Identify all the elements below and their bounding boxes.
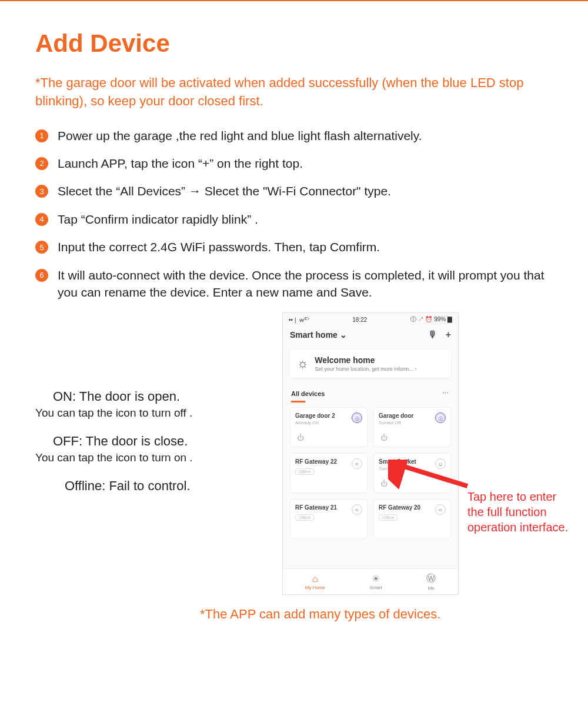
power-icon[interactable]: ⏻ [379, 432, 389, 443]
mic-icon[interactable]: 🎙 [428, 330, 437, 340]
wifi-icon: ≈ [352, 504, 362, 515]
step-text: Slecet the “All Devices” → Slecet the "W… [58, 182, 553, 199]
nav-smart[interactable]: ☀Smart [369, 573, 382, 590]
step-6: 6It will auto-connect with the device. O… [35, 267, 553, 301]
step-3: 3Slecet the “All Devices” → Slecet the "… [35, 182, 553, 199]
nav-my-home[interactable]: ⌂My Home [305, 574, 325, 590]
phone-screenshot: ••❘ ᴡᴵꟲᴵ 18:22 ⓘ ↗ ⏰ 99% ▇ Smart home ⌄ … [282, 312, 459, 595]
welcome-card[interactable]: ☼ Welcome home Set your home location, g… [290, 350, 451, 378]
app-title[interactable]: Smart home ⌄ [290, 330, 347, 340]
status-off-head: OFF: The door is close. [53, 434, 282, 449]
device-status: Turned Off [379, 466, 446, 471]
section-header: All devices ⋯ [283, 381, 458, 401]
nav-icon: ☀ [369, 573, 382, 584]
status-offline: Offline: Fail to control. [65, 478, 282, 494]
device-card[interactable]: Smart SocketTurned Off☺⏻ [373, 453, 451, 493]
device-card[interactable]: Garage door 2Already On◎⏻ [290, 407, 368, 447]
nav-icon: ⌂ [305, 574, 325, 584]
app-header: Smart home ⌄ 🎙 + [283, 326, 458, 346]
offline-badge: Offline [295, 468, 314, 475]
top-divider [0, 0, 588, 1]
status-battery: ⓘ ↗ ⏰ 99% ▇ [410, 315, 452, 324]
callout-text: Tap here to enter the full function oper… [467, 489, 573, 535]
status-off-sub: You can tap the icon to turn on . [35, 451, 282, 464]
weather-icon: ☼ [297, 356, 309, 371]
step-number: 1 [35, 129, 48, 142]
status-on-head: ON: The door is open. [53, 389, 282, 404]
step-text: Launch APP, tap the icon “+” on the righ… [58, 155, 553, 172]
welcome-sub: Set your home location, get more inform.… [315, 366, 416, 372]
more-icon[interactable]: ⋯ [442, 390, 450, 397]
status-on-sub: You can tap the icon to turn off . [35, 407, 282, 420]
step-5: 5Input the correct 2.4G WiFi passwords. … [35, 238, 553, 255]
nav-me[interactable]: ⓌMe [426, 573, 436, 591]
status-time: 18:22 [352, 317, 367, 323]
step-text: Input the correct 2.4G WiFi passwords. T… [58, 238, 553, 255]
device-cards: Garage door 2Already On◎⏻Garage doorTurn… [283, 407, 458, 539]
phone-status-bar: ••❘ ᴡᴵꟲᴵ 18:22 ⓘ ↗ ⏰ 99% ▇ [283, 313, 458, 326]
device-card[interactable]: Garage doorTurned Off◎⏻ [373, 407, 451, 447]
power-icon[interactable]: ⏻ [295, 432, 306, 443]
step-number: 5 [35, 241, 48, 254]
plus-icon[interactable]: + [446, 330, 451, 340]
section-underline [291, 401, 305, 402]
device-card[interactable]: RF Gateway 20Offline≈ [373, 499, 451, 539]
nav-label: My Home [305, 585, 325, 590]
power-icon[interactable]: ⏻ [379, 478, 389, 489]
warning-note: *The garage door will be activated when … [35, 74, 553, 111]
wifi-icon: ≈ [435, 504, 446, 515]
device-card[interactable]: RF Gateway 21Offline≈ [290, 499, 368, 539]
nav-label: Smart [369, 585, 382, 590]
lower-section: ON: The door is open. You can tap the ic… [35, 312, 553, 595]
step-4: 4Tap “Confirm indicator rapidly blink” . [35, 211, 553, 228]
step-2: 2Launch APP, tap the icon “+” on the rig… [35, 155, 553, 172]
page-title: Add Device [35, 29, 553, 58]
offline-badge: Offline [379, 514, 397, 521]
section-title[interactable]: All devices [291, 390, 325, 397]
status-explanations: ON: The door is open. You can tap the ic… [35, 312, 282, 494]
bottom-nav: ⌂My Home☀SmartⓌMe [283, 568, 458, 594]
device-status: Already On [295, 420, 362, 425]
step-number: 2 [35, 157, 48, 170]
step-text: It will auto-connect with the device. On… [58, 267, 553, 301]
nav-icon: Ⓦ [426, 573, 436, 585]
device-status: Turned Off [379, 420, 446, 425]
step-1: 1Power up the garage ,the red light and … [35, 127, 553, 144]
step-text: Tap “Confirm indicator rapidly blink” . [58, 211, 553, 228]
step-text: Power up the garage ,the red light and b… [58, 127, 553, 144]
status-signal: ••❘ ᴡᴵꟲᴵ [289, 317, 309, 323]
nav-label: Me [428, 585, 435, 591]
step-number: 4 [35, 213, 48, 226]
step-number: 3 [35, 185, 48, 198]
phone-screenshot-wrap: ••❘ ᴡᴵꟲᴵ 18:22 ⓘ ↗ ⏰ 99% ▇ Smart home ⌄ … [282, 312, 459, 595]
wifi-icon: ≈ [352, 458, 362, 469]
welcome-title: Welcome home [315, 355, 416, 365]
steps-list: 1Power up the garage ,the red light and … [35, 127, 553, 301]
device-card[interactable]: RF Gateway 22Offline≈ [290, 453, 368, 493]
footnote: *The APP can add many types of devices. [200, 607, 553, 622]
offline-badge: Offline [295, 514, 314, 521]
step-number: 6 [35, 269, 48, 282]
